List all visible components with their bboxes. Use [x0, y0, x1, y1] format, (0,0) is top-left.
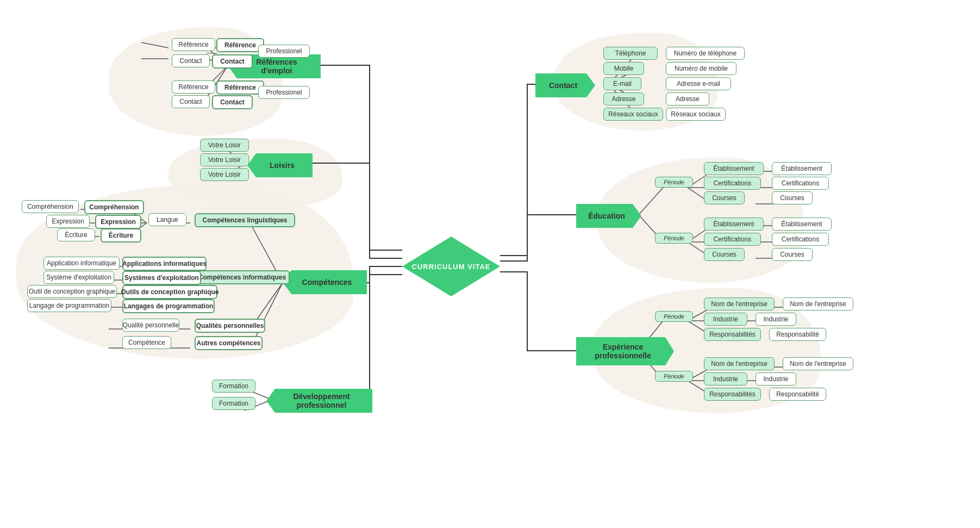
qualite-bold: Qualités personnelles [195, 319, 265, 333]
exp-period-2: Période [655, 371, 693, 382]
mobile-val: Numéro de mobile [666, 62, 736, 75]
telephone-val: Numéro de téléphone [666, 47, 745, 60]
exp-entreprise-key-2: Nom de l'entreprise [704, 357, 775, 370]
comprehension-label: Compréhension [22, 200, 79, 213]
loisirs-label: Loisirs [270, 161, 295, 170]
contact-bold-2: Contact [212, 95, 253, 109]
lang-prog-label: Langage de programmation [27, 299, 111, 312]
edu-period-2: Période [655, 233, 693, 244]
contact-label-node: Contact [549, 81, 577, 90]
exp-industrie-key-2: Industrie [704, 372, 747, 386]
exp-entreprise-val-1: Nom de l'entreprise [783, 297, 853, 310]
edu-courses-key-2: Courses [704, 248, 745, 261]
mindmap-container: CURRICULUM VITAE Références d'emploi Réf… [0, 0, 980, 528]
ref1-label-1: Référence [172, 38, 215, 51]
formation-1: Formation [212, 380, 255, 393]
center-label: CURRICULUM VITAE [411, 263, 490, 271]
exp-resp-val-1: Responsabilité [769, 328, 826, 341]
sys-exp-label: Système d'exploitation [43, 271, 114, 284]
experience-label: Expérience professionnelle [585, 343, 661, 360]
exp-entreprise-val-2: Nom de l'entreprise [783, 357, 853, 370]
telephone-key: Téléphone [603, 47, 658, 60]
outil-label: Outil de conception graphique [27, 285, 117, 298]
expression-bold: Expression [95, 215, 141, 229]
ecriture-bold: Écriture [101, 228, 141, 243]
exp-resp-key-2: Responsabilités [704, 388, 761, 401]
education-label: Éducation [588, 212, 625, 220]
email-key: E-mail [603, 77, 641, 90]
loisir-2: Votre Loisir [200, 153, 249, 166]
reseaux-val: Réseaux sociaux [666, 108, 726, 121]
exp-resp-key-1: Responsabilités [704, 328, 761, 341]
contact-node: Contact [535, 73, 595, 97]
professionel-1: Professionel [258, 45, 310, 58]
ref1-bold-1: Référence [216, 38, 264, 52]
edu-certif-val-2: Certifications [772, 233, 829, 246]
edu-etablissement-key-2: Établissement [704, 218, 764, 231]
adresse-key: Adresse [603, 92, 644, 105]
contact-label-1: Contact [172, 54, 210, 67]
edu-certif-key-1: Certifications [704, 177, 761, 190]
contact-label-2: Contact [172, 95, 210, 108]
lang-prog-bold: Langages de programmation [122, 299, 215, 313]
expression-label: Expression [46, 215, 90, 228]
exp-resp-val-2: Responsabilité [769, 388, 826, 401]
adresse-val: Adresse [666, 92, 709, 105]
competences-label: Compétences [302, 278, 352, 287]
comprehension-bold: Compréhension [84, 200, 144, 214]
autres-label: Compétence [122, 336, 171, 349]
edu-courses-val-2: Courses [772, 248, 813, 261]
langue-node: Langue [148, 213, 186, 226]
exp-industrie-key-1: Industrie [704, 313, 747, 326]
formation-2: Formation [212, 397, 255, 410]
email-val: Adresse e-mail [666, 77, 731, 90]
edu-certif-val-1: Certifications [772, 177, 829, 190]
edu-etablissement-val-2: Établissement [772, 218, 832, 231]
developpement-label: Développement professionnel [279, 392, 364, 409]
edu-period-1: Période [655, 177, 693, 188]
autres-bold: Autres compétences [195, 336, 263, 350]
exp-industrie-val-1: Industrie [756, 313, 796, 326]
ref1-bold-2: Référence [216, 80, 264, 95]
app-info-label: Application informatique [43, 257, 120, 270]
ecriture-label: Écriture [57, 228, 95, 241]
exp-industrie-val-2: Industrie [756, 372, 796, 386]
reseaux-key: Réseaux sociaux [603, 108, 663, 121]
qualite-label: Qualité personnelle [122, 319, 179, 332]
ref1-label-2: Référence [172, 80, 215, 94]
outil-bold: Outils de conception graphique [122, 285, 217, 299]
edu-courses-val-1: Courses [772, 191, 813, 204]
loisir-1: Votre Loisir [200, 139, 249, 152]
education-node: Éducation [576, 204, 641, 228]
comp-ling-node: Compétences linguistiques [195, 213, 295, 227]
center-node: CURRICULUM VITAE [402, 237, 500, 296]
contact-bold-1: Contact [212, 54, 253, 69]
edu-etablissement-val-1: Établissement [772, 162, 832, 175]
sys-exp-bold: Systèmes d'exploitation [122, 271, 201, 285]
mobile-key: Mobile [603, 62, 644, 75]
app-info-bold: Applications informatiques [122, 257, 207, 271]
exp-period-1: Période [655, 311, 693, 322]
edu-courses-key-1: Courses [704, 191, 745, 204]
loisirs-node: Loisirs [247, 153, 313, 177]
edu-certif-key-2: Certifications [704, 233, 761, 246]
developpement-node: Développement professionnel [266, 389, 372, 413]
experience-node: Expérience professionnelle [576, 337, 674, 365]
professionel-2: Professionel [258, 86, 310, 99]
comp-info-node: Compétences informatiques [195, 270, 290, 284]
exp-entreprise-key-1: Nom de l'entreprise [704, 297, 775, 310]
competences-node: Compétences [283, 270, 367, 294]
loisir-3: Votre Loisir [200, 168, 249, 181]
edu-etablissement-key-1: Établissement [704, 162, 764, 175]
